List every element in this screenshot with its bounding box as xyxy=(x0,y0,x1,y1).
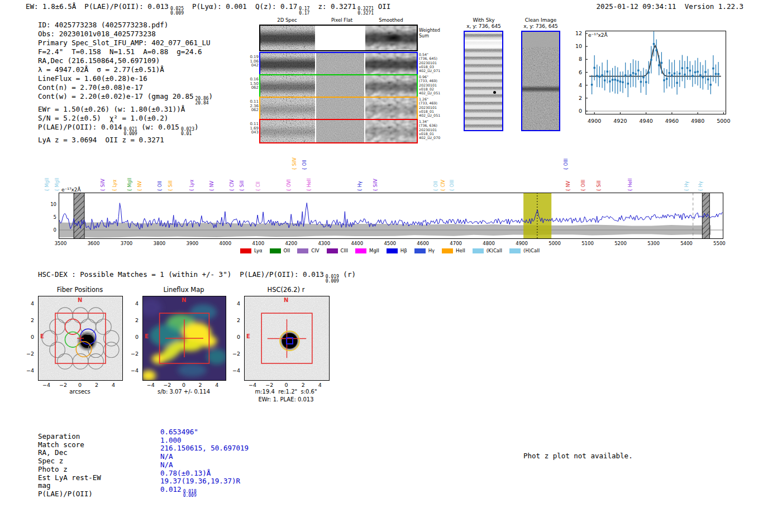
legend-label: Hβ xyxy=(400,248,407,253)
axis-tick: 8 xyxy=(568,56,582,62)
stacked-uncertainty: 20.8620.84 xyxy=(195,97,208,105)
dark-trace-band xyxy=(260,53,315,75)
stacked-uncertainty: 0.32710.3271 xyxy=(357,7,374,15)
axis-tick: 5400 xyxy=(680,241,693,246)
axis-tick: 0 xyxy=(568,108,582,114)
emission-line-label: { OIII xyxy=(564,159,569,170)
emission-line-label: { SiII xyxy=(240,180,245,191)
legend-swatch xyxy=(240,248,251,253)
legend-item: CIV xyxy=(297,248,319,253)
legend-label: CIII xyxy=(341,248,348,253)
emission-line-label: { HeII xyxy=(307,179,312,191)
axis-tick: 4700 xyxy=(450,241,462,246)
axis-tick: 4900 xyxy=(588,118,601,124)
axis-tick: −2 xyxy=(59,382,67,388)
info-line: RA,Dec (216.150864,50.697109) xyxy=(38,56,213,65)
match-row-label: Est LyA rest-EW xyxy=(38,474,101,482)
axis-tick: 4 xyxy=(124,300,139,306)
axis-tick: 4900 xyxy=(516,241,528,246)
axis-tick: 5200 xyxy=(614,241,627,246)
col-title-pixelflat: Pixel Flat xyxy=(331,17,352,23)
axis-tick: 3700 xyxy=(121,241,133,246)
fiber-positions-title: Fiber Positions xyxy=(57,286,103,294)
legend-item: Hγ xyxy=(414,248,435,253)
fiber-row-weights: 0.161.50062 xyxy=(246,78,259,90)
emission-line-label: { Hγ xyxy=(357,181,363,191)
emission-line-label: { MgII xyxy=(45,178,50,191)
fiber-positions-overlay xyxy=(39,296,122,380)
legend-item: Lyα xyxy=(240,248,263,253)
stacked-uncertainty: 0.0250.009 xyxy=(170,7,184,15)
dark-trace-band xyxy=(365,98,417,120)
emission-line-label: { SiIV xyxy=(292,157,297,170)
match-row-label: Separation xyxy=(38,433,80,441)
axis-tick: 2 xyxy=(226,317,240,323)
stacked-uncertainty: 0.0230.01 xyxy=(181,127,194,136)
summary-header: EW: 1.8±6.5Å P(LAE)/P(OII): 0.0130.0250.… xyxy=(26,2,390,15)
axis-tick: −2 xyxy=(124,351,139,357)
legend-label: (K)CaII xyxy=(487,248,502,253)
emission-line-label: { OIII xyxy=(581,180,586,191)
axis-tick: −2 xyxy=(20,351,34,357)
col-title-smoothed: Smoothed xyxy=(379,17,403,23)
with-sky-image xyxy=(464,31,503,131)
match-row-value: N/A xyxy=(160,461,173,469)
fiber-row-weights: 0.112.36062 xyxy=(246,100,259,113)
axis-tick: 5300 xyxy=(647,241,660,246)
spec2d-image xyxy=(260,53,315,75)
fiber-row-ids: 1.26"(733, 469)20230101v018_01402_LU_051 xyxy=(419,97,440,117)
smoothed-image xyxy=(365,98,417,120)
spec2d-row xyxy=(259,119,418,143)
weighted-sum-label: WeightedSum xyxy=(419,28,440,39)
axis-tick: 5500 xyxy=(713,241,726,246)
match-row-value: N/A xyxy=(160,453,173,461)
axis-tick: 4 xyxy=(112,382,115,388)
axis-tick: 0 xyxy=(182,382,185,388)
detection-info-block: ID: 4025773238 (4025773238.pdf)Obs: 2023… xyxy=(38,21,213,145)
info-line: λ = 4947.02Å σ = 2.77(±0.51)Å xyxy=(38,65,213,74)
axis-tick: 4300 xyxy=(318,241,330,246)
fiber-positions-panel xyxy=(38,296,123,381)
spec2d-row xyxy=(259,52,418,76)
legend-item: (K)CaII xyxy=(473,248,502,253)
weighted-sum-row xyxy=(259,25,418,51)
hsc-r-overlay xyxy=(245,296,329,380)
legend-label: HeII xyxy=(456,248,465,253)
axis-tick: −4 xyxy=(124,367,139,373)
col-title-2dspec: 2D Spec xyxy=(277,17,297,23)
smoothed-image xyxy=(365,120,417,142)
stacked-uncertainty: 0.0180.009 xyxy=(183,490,197,498)
match-row-value: 1.000 xyxy=(160,437,182,445)
axis-tick: 2 xyxy=(199,382,202,388)
lineflux-map-image xyxy=(143,296,226,380)
spec2d-image xyxy=(260,98,315,120)
axis-tick: 4800 xyxy=(483,241,495,246)
legend-item: (H)CaII xyxy=(509,248,540,253)
info-line: EWr = 1.50(±0.26) (w: 1.80(±0.31))Å xyxy=(38,105,213,114)
fiber-xlabel: arcsecs xyxy=(69,389,90,395)
info-line: LineFlux = 1.60(±0.28)e-16 xyxy=(38,74,213,83)
axis-tick: −2 xyxy=(163,382,171,388)
stacked-uncertainty: 0.170.17 xyxy=(299,7,309,15)
emission-line-label: { NV xyxy=(209,181,214,191)
spec2d-row xyxy=(259,97,418,121)
axis-tick: 10 xyxy=(42,202,56,207)
axis-tick: −2 xyxy=(265,382,273,388)
legend-swatch xyxy=(297,248,308,253)
match-row-label: Match score xyxy=(38,441,84,449)
fiber-east-label: E xyxy=(40,333,44,339)
axis-tick: 4 xyxy=(215,382,218,388)
emission-line-label: { Lyα xyxy=(112,180,117,191)
emission-line-label: { OII xyxy=(302,160,307,170)
legend-item: CIII xyxy=(327,248,348,253)
pixel-flat-image xyxy=(316,75,364,98)
stacked-uncertainty: 0.0190.009 xyxy=(326,275,339,283)
fiber-row-ids: 0.54"(736, 645)20230101v018_03402_LU_071 xyxy=(419,52,440,73)
axis-tick: 2 xyxy=(568,95,582,101)
axis-tick: 4400 xyxy=(351,241,363,246)
axis-tick: 12 xyxy=(568,30,582,36)
emission-line-label: { Hγ xyxy=(684,181,689,191)
legend-swatch xyxy=(414,248,426,253)
match-row-value: 216.150615, 50.697019 xyxy=(160,444,249,453)
full-spectrum-canvas xyxy=(59,193,723,239)
